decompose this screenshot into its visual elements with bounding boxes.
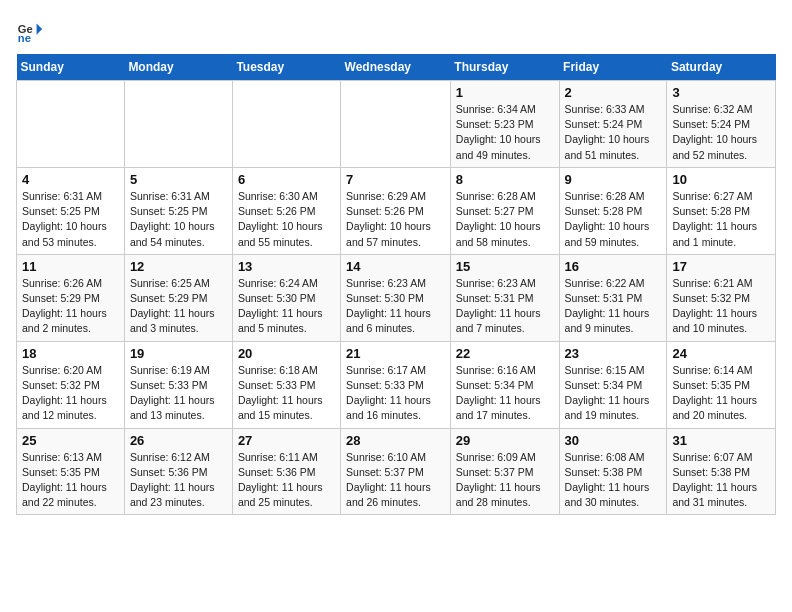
day-number: 25	[22, 433, 119, 448]
calendar-week-row: 18Sunrise: 6:20 AM Sunset: 5:32 PM Dayli…	[17, 341, 776, 428]
day-number: 3	[672, 85, 770, 100]
calendar-cell: 8Sunrise: 6:28 AM Sunset: 5:27 PM Daylig…	[450, 167, 559, 254]
day-number: 13	[238, 259, 335, 274]
calendar-table: SundayMondayTuesdayWednesdayThursdayFrid…	[16, 54, 776, 515]
svg-marker-2	[37, 23, 43, 34]
day-info: Sunrise: 6:12 AM Sunset: 5:36 PM Dayligh…	[130, 450, 227, 511]
calendar-header: SundayMondayTuesdayWednesdayThursdayFrid…	[17, 54, 776, 81]
header-day: Friday	[559, 54, 667, 81]
day-info: Sunrise: 6:28 AM Sunset: 5:28 PM Dayligh…	[565, 189, 662, 250]
calendar-cell	[232, 81, 340, 168]
day-number: 18	[22, 346, 119, 361]
calendar-cell: 7Sunrise: 6:29 AM Sunset: 5:26 PM Daylig…	[341, 167, 451, 254]
day-number: 11	[22, 259, 119, 274]
calendar-cell: 3Sunrise: 6:32 AM Sunset: 5:24 PM Daylig…	[667, 81, 776, 168]
calendar-cell: 30Sunrise: 6:08 AM Sunset: 5:38 PM Dayli…	[559, 428, 667, 515]
calendar-cell: 12Sunrise: 6:25 AM Sunset: 5:29 PM Dayli…	[124, 254, 232, 341]
day-number: 21	[346, 346, 445, 361]
day-number: 17	[672, 259, 770, 274]
day-info: Sunrise: 6:21 AM Sunset: 5:32 PM Dayligh…	[672, 276, 770, 337]
calendar-cell: 20Sunrise: 6:18 AM Sunset: 5:33 PM Dayli…	[232, 341, 340, 428]
calendar-cell: 23Sunrise: 6:15 AM Sunset: 5:34 PM Dayli…	[559, 341, 667, 428]
day-number: 23	[565, 346, 662, 361]
day-info: Sunrise: 6:16 AM Sunset: 5:34 PM Dayligh…	[456, 363, 554, 424]
header-day: Monday	[124, 54, 232, 81]
day-number: 8	[456, 172, 554, 187]
day-number: 26	[130, 433, 227, 448]
day-info: Sunrise: 6:08 AM Sunset: 5:38 PM Dayligh…	[565, 450, 662, 511]
calendar-body: 1Sunrise: 6:34 AM Sunset: 5:23 PM Daylig…	[17, 81, 776, 515]
calendar-cell: 21Sunrise: 6:17 AM Sunset: 5:33 PM Dayli…	[341, 341, 451, 428]
day-info: Sunrise: 6:13 AM Sunset: 5:35 PM Dayligh…	[22, 450, 119, 511]
svg-text:ne: ne	[18, 32, 31, 44]
header-day: Tuesday	[232, 54, 340, 81]
header-day: Wednesday	[341, 54, 451, 81]
day-number: 19	[130, 346, 227, 361]
calendar-cell: 10Sunrise: 6:27 AM Sunset: 5:28 PM Dayli…	[667, 167, 776, 254]
day-number: 30	[565, 433, 662, 448]
calendar-cell: 18Sunrise: 6:20 AM Sunset: 5:32 PM Dayli…	[17, 341, 125, 428]
calendar-cell: 27Sunrise: 6:11 AM Sunset: 5:36 PM Dayli…	[232, 428, 340, 515]
day-number: 5	[130, 172, 227, 187]
day-number: 27	[238, 433, 335, 448]
logo: Ge ne	[16, 16, 48, 44]
day-info: Sunrise: 6:17 AM Sunset: 5:33 PM Dayligh…	[346, 363, 445, 424]
calendar-cell: 25Sunrise: 6:13 AM Sunset: 5:35 PM Dayli…	[17, 428, 125, 515]
header-day: Sunday	[17, 54, 125, 81]
day-info: Sunrise: 6:22 AM Sunset: 5:31 PM Dayligh…	[565, 276, 662, 337]
calendar-cell: 5Sunrise: 6:31 AM Sunset: 5:25 PM Daylig…	[124, 167, 232, 254]
day-info: Sunrise: 6:26 AM Sunset: 5:29 PM Dayligh…	[22, 276, 119, 337]
day-info: Sunrise: 6:18 AM Sunset: 5:33 PM Dayligh…	[238, 363, 335, 424]
header-row: SundayMondayTuesdayWednesdayThursdayFrid…	[17, 54, 776, 81]
day-number: 9	[565, 172, 662, 187]
calendar-cell: 15Sunrise: 6:23 AM Sunset: 5:31 PM Dayli…	[450, 254, 559, 341]
calendar-cell: 6Sunrise: 6:30 AM Sunset: 5:26 PM Daylig…	[232, 167, 340, 254]
calendar-week-row: 1Sunrise: 6:34 AM Sunset: 5:23 PM Daylig…	[17, 81, 776, 168]
calendar-cell: 16Sunrise: 6:22 AM Sunset: 5:31 PM Dayli…	[559, 254, 667, 341]
calendar-cell: 19Sunrise: 6:19 AM Sunset: 5:33 PM Dayli…	[124, 341, 232, 428]
day-info: Sunrise: 6:28 AM Sunset: 5:27 PM Dayligh…	[456, 189, 554, 250]
day-info: Sunrise: 6:32 AM Sunset: 5:24 PM Dayligh…	[672, 102, 770, 163]
day-info: Sunrise: 6:14 AM Sunset: 5:35 PM Dayligh…	[672, 363, 770, 424]
day-number: 20	[238, 346, 335, 361]
day-info: Sunrise: 6:34 AM Sunset: 5:23 PM Dayligh…	[456, 102, 554, 163]
day-number: 31	[672, 433, 770, 448]
day-info: Sunrise: 6:23 AM Sunset: 5:30 PM Dayligh…	[346, 276, 445, 337]
day-info: Sunrise: 6:25 AM Sunset: 5:29 PM Dayligh…	[130, 276, 227, 337]
calendar-cell: 24Sunrise: 6:14 AM Sunset: 5:35 PM Dayli…	[667, 341, 776, 428]
calendar-cell: 17Sunrise: 6:21 AM Sunset: 5:32 PM Dayli…	[667, 254, 776, 341]
day-info: Sunrise: 6:30 AM Sunset: 5:26 PM Dayligh…	[238, 189, 335, 250]
day-number: 24	[672, 346, 770, 361]
day-info: Sunrise: 6:31 AM Sunset: 5:25 PM Dayligh…	[130, 189, 227, 250]
day-number: 28	[346, 433, 445, 448]
calendar-week-row: 4Sunrise: 6:31 AM Sunset: 5:25 PM Daylig…	[17, 167, 776, 254]
day-info: Sunrise: 6:31 AM Sunset: 5:25 PM Dayligh…	[22, 189, 119, 250]
day-number: 22	[456, 346, 554, 361]
day-info: Sunrise: 6:10 AM Sunset: 5:37 PM Dayligh…	[346, 450, 445, 511]
calendar-week-row: 11Sunrise: 6:26 AM Sunset: 5:29 PM Dayli…	[17, 254, 776, 341]
logo-icon: Ge ne	[16, 16, 44, 44]
calendar-cell: 14Sunrise: 6:23 AM Sunset: 5:30 PM Dayli…	[341, 254, 451, 341]
day-number: 10	[672, 172, 770, 187]
calendar-cell: 2Sunrise: 6:33 AM Sunset: 5:24 PM Daylig…	[559, 81, 667, 168]
calendar-cell: 13Sunrise: 6:24 AM Sunset: 5:30 PM Dayli…	[232, 254, 340, 341]
day-number: 2	[565, 85, 662, 100]
calendar-cell: 31Sunrise: 6:07 AM Sunset: 5:38 PM Dayli…	[667, 428, 776, 515]
day-info: Sunrise: 6:24 AM Sunset: 5:30 PM Dayligh…	[238, 276, 335, 337]
day-number: 29	[456, 433, 554, 448]
calendar-cell: 26Sunrise: 6:12 AM Sunset: 5:36 PM Dayli…	[124, 428, 232, 515]
calendar-cell: 1Sunrise: 6:34 AM Sunset: 5:23 PM Daylig…	[450, 81, 559, 168]
page-header: Ge ne	[16, 16, 776, 44]
day-info: Sunrise: 6:23 AM Sunset: 5:31 PM Dayligh…	[456, 276, 554, 337]
calendar-cell: 28Sunrise: 6:10 AM Sunset: 5:37 PM Dayli…	[341, 428, 451, 515]
day-info: Sunrise: 6:29 AM Sunset: 5:26 PM Dayligh…	[346, 189, 445, 250]
calendar-cell	[17, 81, 125, 168]
calendar-cell	[341, 81, 451, 168]
day-number: 6	[238, 172, 335, 187]
day-info: Sunrise: 6:15 AM Sunset: 5:34 PM Dayligh…	[565, 363, 662, 424]
calendar-cell: 29Sunrise: 6:09 AM Sunset: 5:37 PM Dayli…	[450, 428, 559, 515]
day-number: 4	[22, 172, 119, 187]
calendar-cell: 22Sunrise: 6:16 AM Sunset: 5:34 PM Dayli…	[450, 341, 559, 428]
day-number: 14	[346, 259, 445, 274]
calendar-cell: 9Sunrise: 6:28 AM Sunset: 5:28 PM Daylig…	[559, 167, 667, 254]
